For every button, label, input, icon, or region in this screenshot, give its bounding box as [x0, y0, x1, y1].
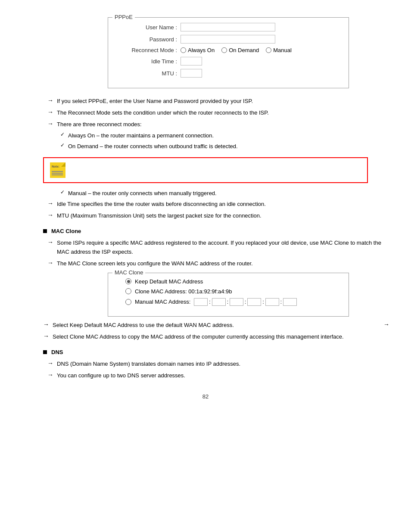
- arrow-icon-mac-1: →: [47, 239, 53, 246]
- mac-sep-4: :: [262, 299, 264, 305]
- arrow-text-clone: Select Clone MAC Address to copy the MAC…: [53, 333, 344, 342]
- arrow-icon-4: →: [47, 200, 53, 207]
- arrow-item-keep-default: → Select Keep Default MAC Address to use…: [43, 321, 389, 330]
- arrow-icon-1: →: [47, 97, 53, 104]
- reconnect-row: Reconnect Mode : Always On On Demand Man…: [117, 47, 340, 53]
- mac-input-4[interactable]: [247, 298, 261, 306]
- page-number: 82: [22, 393, 389, 400]
- idle-time-label: Idle Time :: [117, 58, 177, 65]
- check-icon-1: ✓: [60, 131, 65, 137]
- sticky-note-icon: Note:: [50, 162, 65, 178]
- arrow-icon-dns-2: →: [47, 371, 53, 378]
- pppoe-title: PPPoE: [112, 14, 135, 20]
- mac-radio-3-icon: [125, 299, 131, 305]
- mac-clone-title: MAC Clone: [112, 269, 145, 276]
- check-item-3: ✓ Manual – the router only connects when…: [60, 189, 389, 198]
- radio-manual-icon: [266, 47, 271, 53]
- mtu-row: MTU :: [117, 69, 340, 78]
- sticky-fold-icon: [61, 162, 65, 167]
- mac-input-5[interactable]: [265, 298, 279, 306]
- reconnect-mode-group: Always On On Demand Manual: [181, 47, 292, 53]
- mac-option-1[interactable]: Keep Default MAC Address: [125, 278, 340, 285]
- mac-radio-1-icon: [125, 278, 131, 284]
- arrow-text-mac-2: The MAC Clone screen lets you configure …: [57, 259, 253, 268]
- sticky-line-1: [52, 174, 63, 175]
- check-item-2: ✓ On Demand – the router connects when o…: [60, 142, 389, 151]
- arrow-item-1: → If you select PPPoE, enter the User Na…: [47, 97, 389, 106]
- note-box: Note:: [43, 157, 368, 183]
- mac-option-3[interactable]: Manual MAC Address: : : : : :: [125, 298, 340, 306]
- mac-sep-1: :: [209, 299, 210, 305]
- mac-radio-1-dot: [127, 280, 130, 283]
- arrow-icon-mac-2: →: [47, 259, 53, 266]
- arrow-icon-2: →: [47, 109, 53, 115]
- mac-input-3[interactable]: [230, 298, 243, 306]
- radio-always-on-icon: [181, 47, 186, 53]
- mac-sep-2: :: [227, 299, 228, 305]
- arrow-text-keep: Select Keep Default MAC Address to use t…: [53, 321, 234, 330]
- reconnect-manual[interactable]: Manual: [266, 47, 292, 53]
- note-icon-container: Note:: [50, 162, 65, 178]
- mac-section-label: MAC Clone: [51, 228, 81, 234]
- check-text-1: Always On – the router maintains a perma…: [68, 131, 214, 140]
- password-label: Password :: [117, 36, 177, 43]
- dns-section-header: DNS: [43, 349, 389, 355]
- mac-clone-section: MAC Clone Keep Default MAC Address Clone…: [108, 273, 349, 317]
- reconnect-on-demand[interactable]: On Demand: [221, 47, 259, 53]
- dns-section-label: DNS: [51, 349, 63, 355]
- arrow-text-mac-1: Some ISPs require a specific MAC address…: [57, 239, 389, 257]
- check-icon-2: ✓: [60, 142, 65, 148]
- reconnect-manual-label: Manual: [273, 47, 292, 53]
- mac-input-1[interactable]: [194, 298, 208, 306]
- check-item-1: ✓ Always On – the router maintains a per…: [60, 131, 389, 140]
- pppoe-section: PPPoE User Name : Password : Reconnect M…: [108, 17, 349, 88]
- mac-section-header-row: MAC Clone: [43, 228, 389, 234]
- sticky-line-2: [52, 173, 63, 174]
- reconnect-on-demand-label: On Demand: [229, 47, 259, 53]
- arrow-item-4: → Idle Time specifies the time the route…: [47, 200, 389, 209]
- idle-time-input[interactable]: [181, 57, 202, 65]
- mac-option-2[interactable]: Clone MAC Address: 00:1a:92:9f:a4:9b: [125, 288, 340, 295]
- check-text-2: On Demand – the router connects when out…: [68, 142, 238, 151]
- arrow-text-dns-1: DNS (Domain Name System) translates doma…: [57, 360, 240, 369]
- mac-sep-3: :: [245, 299, 246, 305]
- arrow-text-dns-2: You can configure up to two DNS server a…: [57, 371, 185, 380]
- idle-time-row: Idle Time :: [117, 57, 340, 65]
- username-row: User Name :: [117, 23, 340, 31]
- arrow-item-2: → The Reconnect Mode sets the condition …: [47, 109, 389, 118]
- arrow-text-5: MTU (Maximum Transmission Unit) sets the…: [57, 212, 262, 221]
- username-label: User Name :: [117, 24, 177, 31]
- arrow-icon-keep: →: [43, 321, 49, 328]
- arrow-text-4: Idle Time specifies the time the router …: [57, 200, 266, 209]
- arrow-icon-5: →: [47, 212, 53, 218]
- arrow-item-dns-1: → DNS (Domain Name System) translates do…: [47, 360, 389, 369]
- mtu-input[interactable]: [181, 69, 202, 78]
- sticky-line-3: [52, 171, 63, 172]
- mac-radio-2-icon: [125, 288, 131, 294]
- reconnect-always-on-label: Always On: [188, 47, 215, 53]
- arrow-item-3: → There are three reconnect modes:: [47, 120, 389, 129]
- bullet-section-mac-before: → Some ISPs require a specific MAC addre…: [47, 239, 389, 268]
- arrow-text-2: The Reconnect Mode sets the condition un…: [57, 109, 269, 118]
- square-bullet-mac: [43, 229, 47, 233]
- mac-option-3-label: Manual MAC Address:: [135, 299, 190, 305]
- password-input[interactable]: [181, 35, 275, 44]
- bullet-section-after-mac: → Select Keep Default MAC Address to use…: [43, 321, 389, 342]
- radio-on-demand-icon: [221, 47, 227, 53]
- mac-input-6[interactable]: [283, 298, 297, 306]
- arrow-item-dns-2: → You can configure up to two DNS server…: [47, 371, 389, 380]
- arrow-right-end: →: [383, 321, 389, 328]
- bullet-section-2: ✓ Manual – the router only connects when…: [47, 189, 389, 220]
- arrow-icon-clone: →: [43, 333, 49, 339]
- mac-option-2-label: Clone MAC Address: 00:1a:92:9f:a4:9b: [135, 288, 232, 295]
- mac-input-2[interactable]: [212, 298, 226, 306]
- check-icon-3: ✓: [60, 189, 65, 195]
- check-text-3: Manual – the router only connects when m…: [68, 189, 217, 198]
- arrow-text-1: If you select PPPoE, enter the User Name…: [57, 97, 253, 106]
- username-input[interactable]: [181, 23, 275, 31]
- password-row: Password :: [117, 35, 340, 44]
- dns-bullets: → DNS (Domain Name System) translates do…: [47, 360, 389, 380]
- arrow-item-mac-2: → The MAC Clone screen lets you configur…: [47, 259, 389, 268]
- reconnect-always-on[interactable]: Always On: [181, 47, 215, 53]
- arrow-item-5: → MTU (Maximum Transmission Unit) sets t…: [47, 212, 389, 221]
